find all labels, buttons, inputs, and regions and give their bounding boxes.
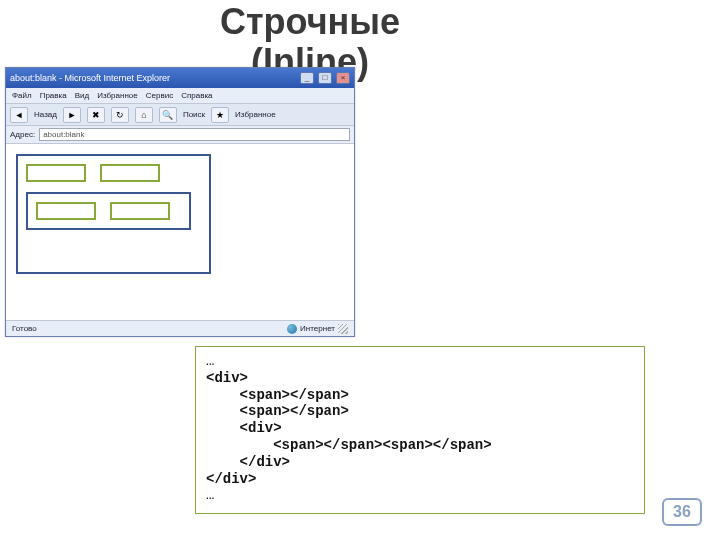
code-line: </div>	[206, 454, 290, 470]
code-line: <span></span>	[206, 387, 349, 403]
code-panel: … <div> <span></span> <span></span> <div…	[195, 346, 645, 514]
content-area	[6, 144, 354, 320]
statusbar: Готово Интернет	[6, 320, 354, 336]
forward-button[interactable]: ►	[63, 107, 81, 123]
globe-icon	[287, 324, 297, 334]
page-number-badge: 36	[662, 498, 702, 526]
back-label: Назад	[34, 110, 57, 119]
stop-button[interactable]: ✖	[87, 107, 105, 123]
menu-tools[interactable]: Сервис	[146, 91, 173, 100]
menu-help[interactable]: Справка	[181, 91, 212, 100]
status-right: Интернет	[287, 324, 348, 334]
code-line: <div>	[206, 370, 248, 386]
refresh-button[interactable]: ↻	[111, 107, 129, 123]
layout-demo-outer	[16, 154, 211, 274]
menu-file[interactable]: Файл	[12, 91, 32, 100]
favorites-label: Избранное	[235, 110, 276, 119]
code-line: <span></span>	[206, 403, 349, 419]
maximize-button[interactable]: □	[318, 72, 332, 84]
layout-inner-block	[26, 192, 191, 230]
toolbar: ◄ Назад ► ✖ ↻ ⌂ 🔍 Поиск ★ Избранное	[6, 104, 354, 126]
menu-view[interactable]: Вид	[75, 91, 89, 100]
menu-favorites[interactable]: Избранное	[97, 91, 138, 100]
favorites-button[interactable]: ★	[211, 107, 229, 123]
window-title: about:blank - Microsoft Internet Explore…	[10, 73, 296, 83]
page-number: 36	[673, 503, 691, 521]
resize-grip-icon	[338, 324, 348, 334]
status-left: Готово	[12, 324, 37, 333]
code-line: …	[206, 353, 214, 369]
inline-box	[110, 202, 170, 220]
address-label: Адрес:	[10, 130, 35, 139]
code-line: <span></span><span></span>	[206, 437, 492, 453]
titlebar: about:blank - Microsoft Internet Explore…	[6, 68, 354, 88]
code-line: <div>	[206, 420, 282, 436]
minimize-button[interactable]: _	[300, 72, 314, 84]
code-line: </div>	[206, 471, 256, 487]
title-line1: Строчные	[220, 1, 400, 42]
code-line: …	[206, 487, 214, 503]
menubar: Файл Правка Вид Избранное Сервис Справка	[6, 88, 354, 104]
layout-row-1	[26, 164, 201, 186]
home-button[interactable]: ⌂	[135, 107, 153, 123]
address-input[interactable]: about:blank	[39, 128, 350, 141]
menu-edit[interactable]: Правка	[40, 91, 67, 100]
inline-box	[100, 164, 160, 182]
search-label: Поиск	[183, 110, 205, 119]
browser-window: about:blank - Microsoft Internet Explore…	[5, 67, 355, 337]
status-zone: Интернет	[300, 324, 335, 333]
inline-box	[26, 164, 86, 182]
addressbar: Адрес: about:blank	[6, 126, 354, 144]
search-button[interactable]: 🔍	[159, 107, 177, 123]
inline-box	[36, 202, 96, 220]
close-button[interactable]: ×	[336, 72, 350, 84]
back-button[interactable]: ◄	[10, 107, 28, 123]
